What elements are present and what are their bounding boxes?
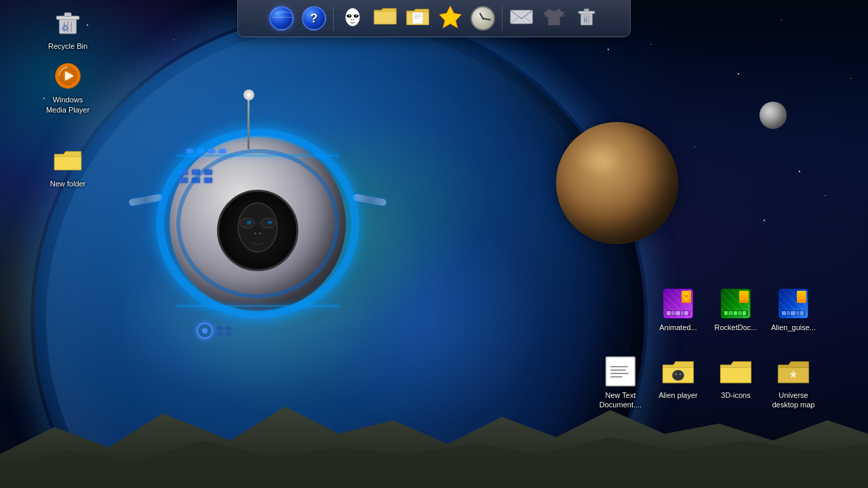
spacecraft: [149, 95, 366, 352]
alien-logo-visual: [340, 6, 365, 30]
desktop-icon-new-folder[interactable]: New folder: [41, 141, 95, 191]
antenna-pole: [248, 95, 250, 149]
taskbar-globe2-icon[interactable]: ?: [300, 5, 328, 32]
winrar-badge: R: [682, 291, 691, 303]
animated-icon: R: [662, 287, 694, 320]
planet-moon: [760, 102, 787, 129]
desktop-icon-rocketdoc[interactable]: RocketDoc...: [709, 285, 763, 335]
svg-text:♻: ♻: [583, 17, 587, 23]
media-player-icon: [52, 60, 84, 92]
desktop-icon-alien-guise[interactable]: Alien_guise...: [766, 285, 821, 335]
taskbar-alien-icon[interactable]: [339, 5, 366, 32]
tshirt-visual: [542, 7, 566, 30]
taskbar-trash-icon[interactable]: ♻: [573, 5, 600, 32]
globe-line: [273, 12, 292, 20]
text-doc-label: New TextDocument....: [599, 390, 642, 410]
svg-point-49: [679, 373, 681, 375]
textdoc-line4: [610, 376, 623, 378]
desktop-icons-right-bottom: New TextDocument.... Alien player: [593, 352, 821, 413]
rocky-planet-highlight: [574, 140, 623, 177]
desktop-icon-media-player[interactable]: WindowsMedia Player: [41, 57, 95, 117]
globe2-visual: ?: [302, 6, 326, 30]
globe2-question: ?: [311, 12, 318, 24]
svg-rect-28: [585, 9, 589, 12]
textdoc-line2: [610, 369, 626, 371]
alien-guise-winrar-visual: [778, 289, 808, 319]
desktop-icon-text-doc[interactable]: New TextDocument....: [593, 352, 648, 413]
desktop-icon-universe-map[interactable]: Universedesktop map: [766, 352, 821, 413]
recycle-bin-label: Recycle Bin: [48, 41, 87, 51]
winrar-bars3: [781, 310, 806, 316]
svg-point-6: [259, 232, 262, 235]
recycle-bin-icon: ♻: [52, 6, 84, 39]
svg-point-5: [254, 232, 257, 235]
bottom-controls: [197, 323, 233, 339]
desktop-icons-right-top: R Animated...: [651, 285, 821, 335]
desktop-icon-alien-player[interactable]: Alien player: [651, 352, 705, 413]
alien-guise-label: Alien_guise...: [771, 323, 816, 332]
svg-point-12: [349, 15, 350, 16]
svg-point-4: [267, 221, 272, 224]
svg-point-13: [355, 15, 357, 16]
taskbar-mail-icon[interactable]: [508, 5, 535, 32]
taskbar-sep2: [502, 6, 502, 30]
taskbar-tshirt-icon[interactable]: [540, 5, 568, 32]
taskbar-star-icon[interactable]: [437, 5, 464, 32]
textdoc-visual: [606, 357, 635, 386]
taskbar-globe1-icon[interactable]: [268, 5, 295, 32]
svg-point-15: [353, 19, 354, 20]
mail-visual: [509, 7, 534, 29]
universe-map-icon: [777, 355, 810, 388]
taskbar-clock-icon[interactable]: [469, 5, 496, 32]
rocketdoc-winrar-visual: [721, 289, 751, 319]
svg-text:♻: ♻: [61, 23, 69, 33]
svg-marker-22: [439, 6, 461, 28]
rocketdoc-icon: [719, 287, 752, 320]
taskbar-sep1: [333, 6, 334, 30]
svg-point-14: [351, 19, 352, 20]
svg-text:R: R: [685, 294, 688, 299]
svg-point-48: [675, 373, 677, 375]
planet-rocky: [556, 122, 678, 244]
folder1-visual: [373, 6, 397, 31]
star: [799, 171, 800, 172]
star: [825, 195, 825, 196]
svg-point-45: [672, 370, 684, 380]
disc-accent-line: [176, 155, 339, 157]
animated-winrar-visual: R: [663, 289, 693, 319]
globe1-visual: [269, 6, 294, 30]
desktop-icon-recycle-bin[interactable]: ♻ Recycle Bin: [41, 3, 95, 54]
taskbar-folder1-icon[interactable]: [372, 5, 399, 32]
taskbar: ?: [237, 0, 631, 37]
clock-visual: [471, 6, 495, 30]
star-visual: [438, 5, 462, 32]
desktop-icons-left: ♻ Recycle Bin WindowsMedia Player: [41, 3, 95, 191]
mountain-silhouette: [0, 400, 868, 488]
star: [764, 220, 765, 221]
desktop-icon-3d-icons[interactable]: 3D-icons: [709, 352, 763, 413]
svg-rect-35: [64, 13, 71, 17]
disc-accent-line2: [176, 305, 339, 307]
alien-player-icon: [662, 355, 694, 388]
svg-rect-23: [511, 10, 532, 24]
alien-guise-icon: [777, 287, 810, 320]
animated-label: Animated...: [659, 323, 697, 332]
rocketdoc-label: RocketDoc...: [715, 323, 757, 332]
3d-icons-icon: [719, 355, 752, 388]
taskbar-folder2-icon[interactable]: [404, 5, 431, 32]
alien-player-label: Alien player: [658, 390, 697, 400]
desktop-icon-animated[interactable]: R Animated...: [651, 285, 705, 335]
text-doc-icon: [604, 355, 637, 388]
winrar-badge2: [739, 291, 749, 303]
winrar-bars: [666, 310, 690, 316]
star: [694, 146, 695, 147]
winrar-bars2: [724, 310, 748, 316]
spacecraft-alien-face: [217, 190, 298, 271]
star: [608, 49, 609, 50]
clock-min-hand: [483, 18, 491, 20]
new-folder-label: New folder: [50, 179, 86, 188]
3d-icons-label: 3D-icons: [721, 390, 750, 400]
globe-equator: [272, 17, 294, 18]
star: [738, 73, 739, 75]
textdoc-line3: [610, 373, 629, 374]
